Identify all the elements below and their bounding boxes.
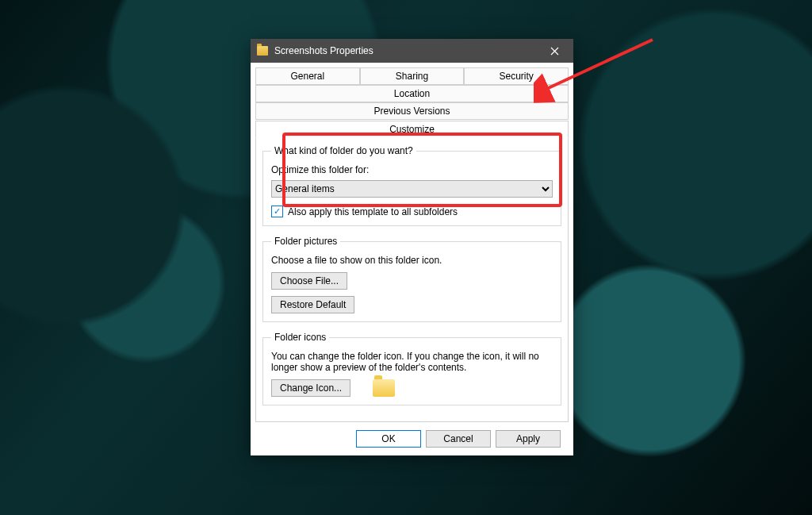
tab-sharing[interactable]: Sharing [360, 67, 465, 85]
window-title: Screenshots Properties [274, 45, 538, 56]
group-folder-icons-legend: Folder icons [271, 332, 329, 343]
folder-icons-desc: You can change the folder icon. If you c… [271, 351, 553, 373]
group-folder-pictures-legend: Folder pictures [271, 236, 340, 247]
optimize-select[interactable]: General items [271, 180, 553, 198]
tab-customize-body: What kind of folder do you want? Optimiz… [255, 137, 569, 422]
close-icon [550, 47, 559, 56]
ok-button[interactable]: OK [356, 430, 421, 448]
checkbox-icon: ✓ [271, 206, 283, 217]
desktop-wallpaper: Screenshots Properties General Sharing S… [0, 0, 812, 515]
titlebar[interactable]: Screenshots Properties [251, 39, 573, 63]
change-icon-button[interactable]: Change Icon... [271, 379, 350, 397]
optimize-label: Optimize this folder for: [271, 164, 553, 175]
group-folder-kind-legend: What kind of folder do you want? [271, 145, 416, 156]
group-folder-kind: What kind of folder do you want? Optimiz… [262, 145, 561, 226]
apply-subfolders-checkbox[interactable]: ✓ Also apply this template to all subfol… [271, 206, 553, 217]
apply-button[interactable]: Apply [496, 430, 561, 448]
restore-default-button[interactable]: Restore Default [271, 296, 354, 313]
group-folder-pictures: Folder pictures Choose a file to show on… [262, 236, 561, 322]
folder-icon [257, 46, 268, 56]
tab-general[interactable]: General [255, 67, 360, 85]
dialog-client: General Sharing Security Location Previo… [251, 63, 573, 455]
group-folder-icons: Folder icons You can change the folder i… [262, 332, 561, 405]
tab-location[interactable]: Location [255, 85, 569, 102]
close-button[interactable] [538, 39, 570, 63]
apply-subfolders-label: Also apply this template to all subfolde… [288, 206, 458, 217]
folder-pictures-desc: Choose a file to show on this folder ico… [271, 255, 553, 266]
tab-row-1: General Sharing Security Location [255, 67, 569, 102]
dialog-footer: OK Cancel Apply [255, 422, 569, 455]
tab-row-2: Previous Versions Customize [255, 102, 569, 137]
properties-dialog: Screenshots Properties General Sharing S… [251, 39, 573, 452]
tab-previous-versions[interactable]: Previous Versions [255, 102, 569, 120]
cancel-button[interactable]: Cancel [426, 430, 491, 448]
tab-security[interactable]: Security [464, 67, 569, 85]
choose-file-button[interactable]: Choose File... [271, 272, 347, 290]
folder-preview-icon [373, 379, 395, 397]
tab-customize[interactable]: Customize [255, 121, 569, 138]
